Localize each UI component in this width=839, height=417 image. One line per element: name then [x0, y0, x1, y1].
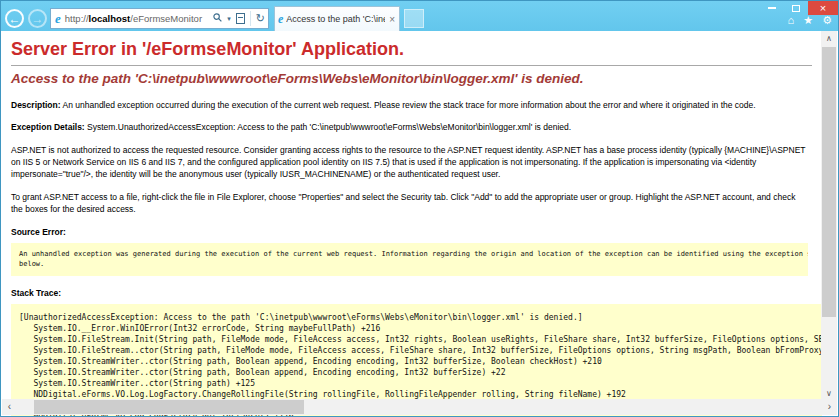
- address-divider: [250, 11, 251, 26]
- scroll-left-icon[interactable]: ‹: [2, 399, 17, 415]
- error-subtitle: Access to the path 'C:\inetpub\wwwroot\e…: [11, 71, 822, 86]
- browser-tab[interactable]: e Access to the path 'C:\inetp... ×: [274, 6, 400, 31]
- maximize-icon: [792, 5, 800, 12]
- scroll-right-icon[interactable]: ›: [822, 399, 837, 415]
- description-paragraph: Description: An unhandled exception occu…: [11, 99, 808, 111]
- close-button[interactable]: ×: [808, 1, 838, 15]
- close-icon: ×: [820, 3, 826, 14]
- tab-favicon-icon: e: [278, 12, 283, 27]
- minimize-icon: [768, 7, 776, 9]
- back-icon: ←: [9, 12, 21, 26]
- error-page-content: Server Error in '/eFormseMonitor' Applic…: [1, 31, 822, 416]
- forward-icon: →: [32, 12, 44, 26]
- grant-access-paragraph: To grant ASP.NET access to a file, right…: [11, 191, 808, 216]
- home-icon[interactable]: ⌂: [788, 15, 795, 26]
- minimize-button[interactable]: [760, 1, 784, 15]
- tab-close-icon[interactable]: ×: [385, 14, 399, 25]
- horizontal-scrollbar-thumb[interactable]: [34, 400, 304, 414]
- horizontal-scrollbar[interactable]: ‹ ›: [2, 399, 837, 415]
- maximize-button[interactable]: [784, 1, 808, 15]
- browser-chrome: ← → e http://localhost/eFormseMonitor ▾ …: [1, 1, 838, 32]
- address-bar[interactable]: e http://localhost/eFormseMonitor ▾ ↻: [50, 8, 269, 29]
- exception-details-paragraph: Exception Details: System.UnauthorizedAc…: [11, 121, 808, 133]
- compatibility-view-icon[interactable]: [236, 13, 245, 24]
- vertical-scrollbar[interactable]: ∧ ∨: [821, 31, 837, 401]
- exception-details-text: System.UnauthorizedAccessException: Acce…: [85, 122, 571, 132]
- divider: [11, 65, 812, 66]
- scroll-up-icon[interactable]: ∧: [821, 31, 837, 46]
- search-icon[interactable]: [213, 13, 222, 24]
- error-page: Server Error in '/eFormseMonitor' Applic…: [1, 31, 822, 416]
- page-title: Server Error in '/eFormseMonitor' Applic…: [11, 39, 822, 60]
- toolbar-quick-icons: ⌂ ★ ⚙: [788, 15, 832, 26]
- page-viewport: Server Error in '/eFormseMonitor' Applic…: [1, 31, 838, 416]
- source-error-box: An unhandled exception was generated dur…: [11, 243, 808, 276]
- description-text: An unhandled exception occurred during t…: [61, 100, 756, 110]
- url-prefix: http://: [65, 13, 89, 24]
- browser-window: ← → e http://localhost/eFormseMonitor ▾ …: [0, 0, 839, 417]
- settings-gear-icon[interactable]: ⚙: [822, 15, 832, 26]
- stack-trace-label: Stack Trace:: [11, 288, 822, 298]
- search-dropdown-icon[interactable]: ▾: [227, 15, 231, 23]
- vertical-scrollbar-thumb[interactable]: [822, 47, 836, 317]
- aspnet-identity-paragraph: ASP.NET is not authorized to access the …: [11, 144, 808, 181]
- description-label: Description:: [11, 100, 61, 110]
- url-host: localhost: [89, 13, 131, 24]
- tab-title: Access to the path 'C:\inetp...: [286, 14, 385, 24]
- forward-button[interactable]: →: [28, 9, 47, 28]
- new-tab-button[interactable]: [404, 9, 424, 28]
- favorites-star-icon[interactable]: ★: [803, 15, 813, 26]
- ie-page-icon: e: [55, 11, 61, 27]
- source-error-label: Source Error:: [11, 227, 822, 237]
- url-path: /eFormseMonitor: [130, 13, 202, 24]
- window-controls: ×: [760, 1, 838, 15]
- back-button[interactable]: ←: [5, 9, 24, 28]
- refresh-icon[interactable]: ↻: [256, 13, 265, 24]
- exception-details-label: Exception Details:: [11, 122, 85, 132]
